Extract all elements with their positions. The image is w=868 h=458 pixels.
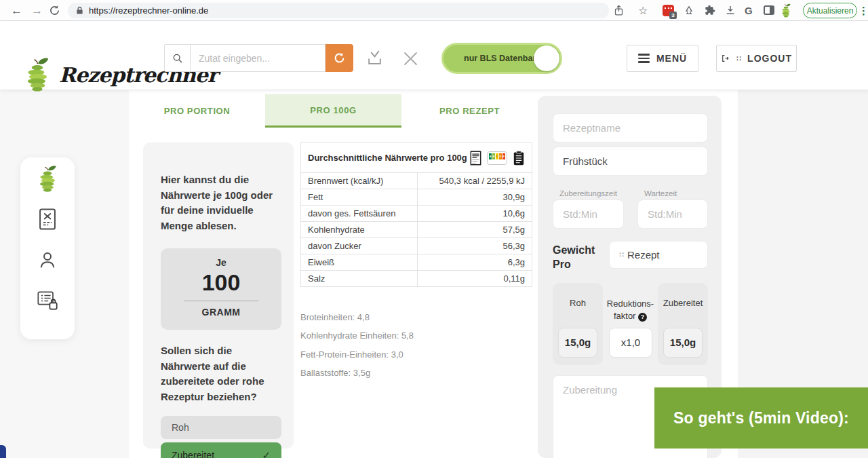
logout-label: LOGOUT <box>747 53 792 64</box>
raw-weight-value[interactable]: 15,0g <box>558 328 597 358</box>
nutrition-label-icon[interactable] <box>470 151 481 166</box>
amount-settings-card: Hier kannst du die Nährwerte je 100g ode… <box>143 142 294 449</box>
logout-dots: ∷ <box>736 54 741 63</box>
table-row: Fett30,9g <box>301 189 532 206</box>
raw-option-button[interactable]: Roh <box>161 416 281 439</box>
recipe-tablet-icon <box>37 208 58 231</box>
nutriscore-icon[interactable]: ABCDE <box>487 151 507 165</box>
logout-icon <box>721 52 730 64</box>
app-header: Rezeptrechner nur BLS Datenbank MENÜ <box>0 21 868 90</box>
browser-back-icon[interactable]: ← <box>11 0 22 21</box>
weight-unit-value: Rezept <box>627 249 660 261</box>
browser-toolbar: ← → https://rezeptrechner-online.de ☆ 3 … <box>0 0 868 21</box>
recycle-extension-icon[interactable] <box>684 5 694 16</box>
check-icon: ✓ <box>262 449 271 458</box>
toggle-knob[interactable] <box>534 45 559 71</box>
search-icon[interactable] <box>164 44 190 72</box>
amount-display[interactable]: Je 100 GRAMM <box>161 248 281 330</box>
bls-database-toggle[interactable]: nur BLS Datenbank <box>441 43 562 74</box>
prepared-label: Zubereitet <box>172 450 214 458</box>
wait-time-input[interactable] <box>637 199 708 229</box>
adblock-extension-icon[interactable]: 3 <box>663 5 674 16</box>
tab-pro-portion[interactable]: PRO PORTION <box>129 94 265 128</box>
tab-pro-100g[interactable]: PRO 100G <box>265 94 401 128</box>
clipboard-icon[interactable] <box>513 151 525 166</box>
extension-badge: 3 <box>669 12 677 19</box>
sidebar <box>20 157 75 339</box>
bookmark-star-icon[interactable]: ☆ <box>638 0 648 21</box>
import-save-icon[interactable] <box>366 50 383 66</box>
url-bar[interactable]: https://rezeptrechner-online.de <box>68 3 609 18</box>
view-tabs: PRO PORTION PRO 100G PRO REZEPT <box>129 94 538 128</box>
nutrition-title: Durchschnittliche Nährwerte pro 100g <box>308 153 467 163</box>
wait-time-label: Wartezeit <box>644 189 677 197</box>
table-header-row: Durchschnittliche Nährwerte pro 100g AB <box>301 143 532 173</box>
share-icon[interactable] <box>614 5 624 16</box>
amount-prefix: Je <box>161 257 281 268</box>
table-row: davon Zucker56,3g <box>301 238 532 254</box>
sidebar-item-profile[interactable] <box>36 248 59 271</box>
update-button[interactable]: Aktualisieren <box>803 3 857 18</box>
sidebar-item-home[interactable] <box>36 167 59 190</box>
table-row: Eiweiß6,3g <box>301 254 532 271</box>
help-icon[interactable]: ? <box>638 313 647 322</box>
table-row: Salz0,11g <box>301 271 532 287</box>
extra-line: Kohlenhydrate Einheiten: 5,8 <box>300 326 414 345</box>
search-input[interactable] <box>190 44 326 72</box>
extra-line: Broteinheiten: 4,8 <box>300 308 414 326</box>
apple-logo-icon <box>22 57 52 92</box>
recipe-category-select[interactable] <box>553 147 708 176</box>
prepared-option-button[interactable]: Zubereitet ✓ <box>161 442 281 458</box>
reduction-factor-value[interactable]: x1,0 <box>609 328 652 358</box>
recipe-name-input[interactable] <box>553 113 708 142</box>
table-row: Kohlenhydrate57,5g <box>301 222 532 238</box>
table-row: Brennwert (kcal/kJ)540,3 kcal / 2255,9 k… <box>301 173 532 189</box>
video-banner[interactable]: So geht's (5min Video): <box>654 387 868 449</box>
raw-weight-label: Roh <box>553 298 603 308</box>
prep-time-input[interactable] <box>553 199 624 229</box>
raw-weight-card: Roh 15,0g <box>553 283 603 365</box>
weight-per-label: Gewicht Pro <box>553 244 600 272</box>
clear-x-icon[interactable] <box>401 50 420 68</box>
downloads-icon[interactable] <box>725 5 736 16</box>
sidebar-item-recipes[interactable] <box>36 208 59 231</box>
sidebar-extension-icon[interactable] <box>764 5 774 15</box>
drag-dots-icon: ∷ <box>619 250 623 259</box>
weight-unit-select[interactable]: ∷ Rezept <box>609 241 708 269</box>
logout-button[interactable]: ∷LOGOUT <box>716 45 797 72</box>
chat-widget-edge[interactable] <box>0 445 6 458</box>
sidebar-item-locked-list[interactable] <box>36 289 59 312</box>
amount-divider <box>184 301 258 301</box>
url-text: https://rezeptrechner-online.de <box>89 5 208 16</box>
rezeptrechner-extension-icon[interactable] <box>780 3 792 18</box>
lock-icon <box>76 6 83 15</box>
toggle-label: nur BLS Datenbank <box>443 54 542 63</box>
sidebar-fill <box>770 7 773 14</box>
intro-text: Hier kannst du die Nährwerte je 100g ode… <box>161 172 279 233</box>
browser-reload-icon[interactable] <box>49 5 60 16</box>
person-icon <box>37 250 58 270</box>
menu-label: MENÜ <box>656 53 687 64</box>
browser-forward-icon[interactable]: → <box>31 0 43 21</box>
screen: ← → https://rezeptrechner-online.de ☆ 3 … <box>0 0 868 458</box>
prep-time-label: Zubereitungszeit <box>559 189 617 197</box>
browser-menu-icon[interactable]: ⋮ <box>859 0 868 21</box>
nutriscore-cells: ABCDE <box>489 153 505 159</box>
video-banner-text: So geht's (5min Video): <box>673 409 849 427</box>
extra-line: Ballaststoffe: 3,5g <box>300 364 414 382</box>
google-extension-icon[interactable]: G <box>745 0 753 21</box>
ingredient-search <box>164 44 353 72</box>
extensions-puzzle-icon[interactable] <box>705 5 715 16</box>
extension-dots <box>665 7 672 9</box>
raw-prepared-question: Sollen sich die Nährwerte auf die zubere… <box>161 343 279 404</box>
hamburger-icon <box>638 54 650 63</box>
amount-value: 100 <box>161 269 281 296</box>
prepared-weight-value[interactable]: 15,0g <box>663 328 703 358</box>
nutrition-card: Durchschnittliche Nährwerte pro 100g AB <box>294 128 532 458</box>
tab-pro-rezept[interactable]: PRO REZEPT <box>401 94 538 128</box>
menu-button[interactable]: MENÜ <box>627 45 698 72</box>
nutrition-table: Durchschnittliche Nährwerte pro 100g AB <box>300 142 532 287</box>
apple-logo-icon <box>36 164 59 193</box>
prepared-weight-card: Zubereitet 15,0g <box>658 283 708 365</box>
refresh-button[interactable] <box>326 44 353 72</box>
